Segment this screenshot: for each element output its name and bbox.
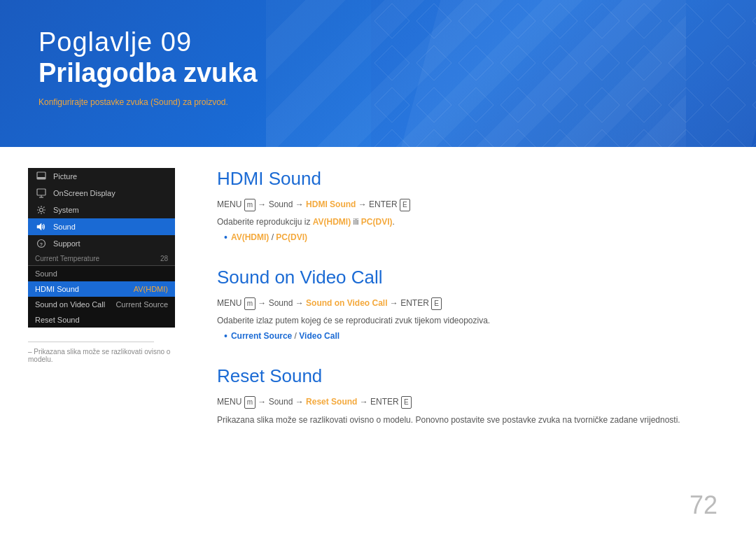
hdmi-sound-path-label: HDMI Sound [306,199,356,209]
page-title: Prilagodba zvuka [38,57,258,90]
pc-dvi-text: PC(DVI) [361,217,393,227]
menu-item-system[interactable]: System [28,202,175,218]
chapter-label: Poglavlje 09 [38,28,258,57]
gear-icon [35,205,48,215]
av-hdmi-bullet: AV(HDMI) [231,232,269,242]
slash-1: / [269,232,276,242]
menu-item-sound[interactable]: Sound [28,218,175,235]
right-panel: HDMI Sound MENU m → Sound → HDMI Sound →… [210,168,718,513]
menu-picture-label: Picture [53,172,168,181]
video-call-bullet-text: Current Source / Video Call [231,331,340,341]
speaker-icon [35,222,48,232]
header-subtitle: Konfigurirajte postavke zvuka (Sound) za… [38,97,258,107]
hdmi-sound-value: AV(HDMI) [134,285,168,293]
menu-onscreen-label: OnScreen Display [53,189,168,197]
reset-sound-label: Reset Sound [35,316,80,324]
display-icon [35,188,48,198]
menu-screenshot: Picture OnScreen Display [28,168,175,328]
hdmi-sound-menu-path: MENU m → Sound → HDMI Sound → ENTER E [217,198,718,211]
sound-submenu: Sound HDMI Sound AV(HDMI) Sound on Video… [28,265,175,328]
sound-video-call-menu-path: MENU m → Sound → Sound on Video Call → E… [217,297,718,310]
menu-item-support[interactable]: ? Support [28,235,175,252]
hdmi-sound-desc: Odaberite reprodukciju iz AV(HDMI) ili P… [217,216,718,228]
menu-item-picture[interactable]: Picture [28,168,175,185]
bullet-dot-1: • [224,232,227,242]
video-call-bullet-1: • Current Source / Video Call [224,331,718,341]
menu-icon-3: m [244,396,255,409]
hdmi-bullet-1: • AV(HDMI) / PC(DVI) [224,232,718,242]
menu-system-label: System [53,206,168,214]
reset-sound-desc: Prikazana slika može se razlikovati ovis… [217,414,718,426]
left-panel: Picture OnScreen Display [28,168,182,513]
slash-2: / [292,331,299,341]
section-sound-video-call: Sound on Video Call MENU m → Sound → Sou… [217,267,718,341]
menu-icon-2: m [244,297,255,310]
svg-rect-5 [37,189,46,195]
video-call-value: Current Source [115,300,168,309]
header-content: Poglavlje 09 Prilagodba zvuka Konfigurir… [38,28,258,107]
enter-icon-1: E [400,199,410,211]
menu-icon-1: m [244,199,255,211]
subtitle-plain-after: ) za proizvod. [178,97,228,107]
svg-marker-9 [37,223,41,230]
section-reset-sound: Reset Sound MENU m → Sound → Reset Sound… [217,365,718,426]
footnote-area: – Prikazana slika može se razlikovati ov… [28,342,182,363]
submenu-row-hdmi[interactable]: HDMI Sound AV(HDMI) [28,281,175,297]
av-hdmi-text: AV(HDMI) [313,217,351,227]
footnote-divider [28,342,154,342]
bullet-dot-2: • [224,331,227,341]
subtitle-highlight: Sound [153,97,178,107]
menu-sound-label: Sound [53,223,168,231]
submenu-row-video-call[interactable]: Sound on Video Call Current Source [28,297,175,312]
temp-row: Current Temperature 28 [28,252,175,265]
video-call-label: Sound on Video Call [35,300,105,309]
enter-icon-3: E [401,396,412,409]
menu-support-label: Support [53,239,168,248]
menu-item-onscreen[interactable]: OnScreen Display [28,185,175,202]
svg-rect-2 [371,0,756,147]
pc-dvi-bullet: PC(DVI) [276,232,307,242]
sound-video-call-bullets: • Current Source / Video Call [224,331,718,341]
svg-rect-4 [37,177,46,179]
sound-video-call-desc: Odaberite izlaz putem kojeg će se reprod… [217,314,718,327]
reset-sound-title: Reset Sound [217,365,718,387]
hdmi-sound-bullets: • AV(HDMI) / PC(DVI) [224,232,718,242]
header-banner: Poglavlje 09 Prilagodba zvuka Konfigurir… [0,0,756,147]
sound-video-call-path-label: Sound on Video Call [306,298,387,308]
sound-video-call-title: Sound on Video Call [217,267,718,288]
sound-submenu-header: Sound [28,266,175,281]
picture-icon [35,171,48,181]
hdmi-sound-title: HDMI Sound [217,168,718,190]
hdmi-sound-label: HDMI Sound [35,285,79,293]
submenu-row-reset[interactable]: Reset Sound [28,312,175,328]
svg-text:?: ? [40,242,43,247]
video-call-bullet-label: Video Call [299,331,340,341]
temp-label: Current Temperature [35,255,99,262]
footnote-text: – Prikazana slika može se razlikovati ov… [28,348,182,363]
current-source-bullet: Current Source [231,331,292,341]
subtitle-plain-before: Konfigurirajte postavke zvuka ( [38,97,153,107]
svg-point-8 [40,209,43,212]
reset-sound-menu-path: MENU m → Sound → Reset Sound → ENTER E [217,395,718,409]
header-decorative-pattern [371,0,756,147]
enter-icon-2: E [431,297,442,310]
hdmi-bullet-text: AV(HDMI) / PC(DVI) [231,232,307,242]
main-content: Picture OnScreen Display [0,147,756,534]
question-icon: ? [35,239,48,248]
temp-value: 28 [160,255,168,262]
section-hdmi-sound: HDMI Sound MENU m → Sound → HDMI Sound →… [217,168,718,242]
page-number: 72 [690,491,718,520]
reset-sound-path-label: Reset Sound [306,397,357,407]
